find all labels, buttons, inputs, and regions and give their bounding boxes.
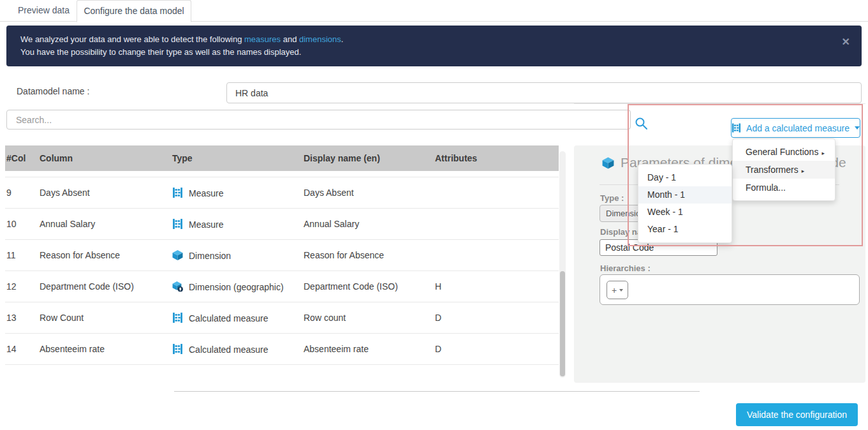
row-column-name: Department Code (ISO) [40,281,134,292]
submenu-arrow-icon: ▸ [821,150,825,156]
row-number: 14 [6,344,17,354]
row-type-label: Calculated measure [189,344,268,354]
header-column: Column [40,153,73,163]
validate-configuration-button[interactable]: Validate the configuration [736,403,858,426]
type-label: Type : [600,193,624,203]
bottom-divider [174,391,700,392]
row-number: 10 [6,219,17,229]
row-type-label: Measure [189,219,223,229]
submenu-item[interactable]: Year - 1 [638,221,732,238]
submenu-item[interactable]: Day - 1 [638,169,732,186]
datamodel-name-input[interactable] [226,82,862,103]
tab-configure-data-model[interactable]: Configure the data model [77,0,191,22]
row-number: 13 [6,313,17,323]
menu-item[interactable]: Formula... [733,179,835,196]
row-type-cell[interactable]: Dimension [172,250,231,261]
row-attributes: D [435,344,441,354]
transformers-submenu: Day - 1 Month - 1 Week - 1 Year - 1 [638,164,732,243]
dimension-geographic-icon [172,281,183,292]
menu-item[interactable]: General Functions▸ [733,143,835,161]
analysis-banner: We analyzed your data and were able to d… [6,26,862,66]
chevron-down-icon [619,289,623,292]
header-display-name: Display name (en) [304,153,380,163]
row-display-name: Days Absent [304,188,354,198]
table-row[interactable]: 13 Row Count Calculated measure Row coun… [5,302,559,334]
row-display-name: Row count [304,313,346,323]
row-type-cell[interactable]: Measure [172,188,223,198]
table-row[interactable]: 14 Absenteeim rate Calculated measure Ab… [5,334,559,365]
measure-icon [172,219,183,230]
add-calculated-measure-label: Add a calculated measure [746,123,850,133]
row-column-name: Absenteeim rate [40,344,105,354]
plus-icon: + [612,285,617,295]
row-type-label: Calculated measure [189,313,268,323]
measures-link[interactable]: measures [244,34,281,44]
row-display-name: Annual Salary [304,219,359,229]
measure-icon [172,188,183,198]
hierarchies-label: Hierarchies : [600,263,651,273]
row-type-cell[interactable]: Calculated measure [172,344,268,355]
row-type-label: Dimension [189,250,231,260]
dimensions-link[interactable]: dimensions [299,34,341,44]
row-column-name: Days Absent [40,188,90,198]
toolbar-top-border [574,103,865,104]
header-col-number: #Col [6,153,26,163]
submenu-item[interactable]: Month - 1 [638,186,732,204]
row-column-name: Row Count [40,313,84,323]
calculated-measure-menu: General Functions▸ Transformers▸ Formula… [732,138,835,201]
row-type-cell[interactable]: Measure [172,219,223,230]
banner-text-prefix: We analyzed your data and were able to d… [20,34,244,44]
measure-icon [172,313,183,323]
menu-item[interactable]: Transformers▸ [733,161,835,179]
header-type: Type [172,153,193,163]
row-type-cell[interactable]: Calculated measure [172,313,268,323]
table-row[interactable]: 9 Days Absent Measure Days Absent [5,177,559,209]
tab-bar: Preview data Configure the data model [0,0,868,22]
banner-line2: You have the possibility to change their… [20,46,823,59]
submenu-item[interactable]: Week - 1 [638,204,732,221]
row-column-name: Reason for Absence [40,250,120,260]
dimension-cube-icon [602,157,614,169]
dimension-icon [172,250,183,261]
add-hierarchy-button[interactable]: + [607,281,628,299]
row-number: 11 [6,250,16,260]
hierarchies-box: + [600,274,860,305]
row-display-name: Reason for Absence [304,250,384,260]
header-attributes: Attributes [435,153,477,163]
row-number: 12 [6,281,17,292]
row-attributes: D [435,313,441,323]
close-icon[interactable]: ✕ [842,36,850,48]
row-display-name: Department Code (ISO) [304,281,398,292]
submenu-arrow-icon: ▸ [802,168,805,174]
row-type-cell[interactable]: Dimension (geographic) [172,281,284,292]
table-row[interactable]: 10 Annual Salary Measure Annual Salary [5,209,559,240]
table-body: 9 Days Absent Measure Days Absent 10 Ann… [5,177,559,365]
row-column-name: Annual Salary [40,219,95,229]
chevron-down-icon [855,126,860,130]
search-input[interactable] [6,110,631,130]
table-row[interactable]: 12 Department Code (ISO) Dimension (geog… [5,271,559,302]
measure-icon [172,344,183,355]
row-attributes: H [435,281,441,292]
datamodel-name-label: Datamodel name : [17,86,89,96]
table-scrollbar-thumb[interactable] [560,271,565,376]
row-display-name: Absenteeim rate [304,344,369,354]
calculated-measure-icon [732,123,741,133]
add-calculated-measure-button[interactable]: Add a calculated measure [731,118,860,138]
table-row[interactable]: 11 Reason for Absence Dimension Reason f… [5,240,559,271]
banner-text-mid: and [281,34,299,44]
search-icon[interactable] [635,117,648,130]
banner-text-suffix: . [341,34,344,44]
row-type-label: Measure [189,188,223,198]
columns-table: #Col Column Type Display name (en) Attri… [5,145,559,365]
table-header-row: #Col Column Type Display name (en) Attri… [5,145,559,171]
row-type-label: Dimension (geographic) [189,281,284,292]
tab-preview-data[interactable]: Preview data [18,0,70,21]
row-number: 9 [6,188,11,198]
data-model-configuration-page: Preview data Configure the data model We… [0,0,868,430]
banner-line1: We analyzed your data and were able to d… [20,33,823,46]
